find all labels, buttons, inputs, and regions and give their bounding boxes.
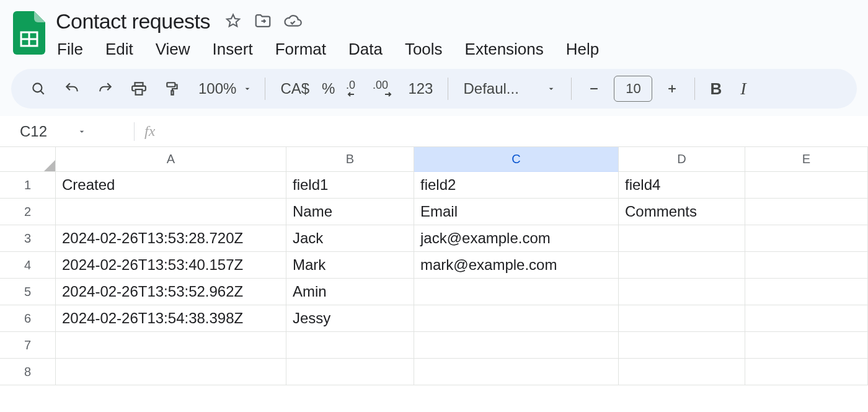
cell-E8[interactable] <box>745 359 868 385</box>
cell-D1[interactable]: field4 <box>619 172 745 199</box>
currency-button[interactable]: CA$ <box>274 75 316 102</box>
font-select[interactable]: Defaul... <box>457 80 562 97</box>
cell-A1[interactable]: Created <box>56 172 286 199</box>
name-box-value: C12 <box>20 123 47 140</box>
menu-tools[interactable]: Tools <box>395 36 453 63</box>
cell-B1[interactable]: field1 <box>286 172 414 199</box>
sheets-logo[interactable] <box>11 7 47 56</box>
font-name: Defaul... <box>463 80 534 97</box>
cell-B8[interactable] <box>286 359 414 385</box>
cell-A3[interactable]: 2024-02-26T13:53:28.720Z <box>56 225 286 252</box>
cell-C5[interactable] <box>414 279 619 305</box>
cell-B6[interactable]: Jessy <box>286 305 414 332</box>
bold-button[interactable]: B <box>704 75 728 102</box>
svg-rect-7 <box>167 83 175 87</box>
print-icon[interactable] <box>125 75 153 102</box>
menu-file[interactable]: File <box>47 36 93 63</box>
cell-C4[interactable]: mark@example.com <box>414 252 619 279</box>
move-icon[interactable] <box>254 12 272 30</box>
menu-data[interactable]: Data <box>339 36 392 63</box>
row-header-3[interactable]: 3 <box>0 225 56 252</box>
svg-text:.00: .00 <box>373 80 388 91</box>
column-header-D[interactable]: D <box>619 147 745 172</box>
decrease-decimal-icon[interactable]: .0 <box>341 75 368 102</box>
cell-D4[interactable] <box>619 252 745 279</box>
cell-E1[interactable] <box>745 172 868 199</box>
cell-E5[interactable] <box>745 279 868 305</box>
row-header-1[interactable]: 1 <box>0 172 56 199</box>
menu-view[interactable]: View <box>146 36 200 63</box>
row: 7 <box>0 332 868 359</box>
paint-format-icon[interactable] <box>159 75 186 102</box>
cell-A8[interactable] <box>56 359 286 385</box>
cell-C1[interactable]: field2 <box>414 172 619 199</box>
cell-C2[interactable]: Email <box>414 199 619 225</box>
row: 62024-02-26T13:54:38.398ZJessy <box>0 305 868 332</box>
select-all-corner[interactable] <box>0 147 56 172</box>
cell-B5[interactable]: Amin <box>286 279 414 305</box>
column-header-C[interactable]: C <box>414 147 619 172</box>
number-format-button[interactable]: 123 <box>402 75 439 102</box>
column-header-A[interactable]: A <box>56 147 286 172</box>
cell-D7[interactable] <box>619 332 745 359</box>
title-area: Contact requests FileEditViewInsertForma… <box>53 7 609 63</box>
cell-E2[interactable] <box>745 199 868 225</box>
redo-icon[interactable] <box>92 75 119 102</box>
increase-decimal-icon[interactable]: .00 <box>368 75 402 102</box>
menu-edit[interactable]: Edit <box>95 36 143 63</box>
font-size-input[interactable]: 10 <box>614 76 652 102</box>
cell-C8[interactable] <box>414 359 619 385</box>
cell-A7[interactable] <box>56 332 286 359</box>
cell-A6[interactable]: 2024-02-26T13:54:38.398Z <box>56 305 286 332</box>
zoom-select[interactable]: 100% <box>192 80 256 97</box>
cell-B3[interactable]: Jack <box>286 225 414 252</box>
cell-A2[interactable] <box>56 199 286 225</box>
row: 32024-02-26T13:53:28.720ZJackjack@exampl… <box>0 225 868 252</box>
cell-D2[interactable]: Comments <box>619 199 745 225</box>
cell-B2[interactable]: Name <box>286 199 414 225</box>
cell-E6[interactable] <box>745 305 868 332</box>
cell-D3[interactable] <box>619 225 745 252</box>
row-header-4[interactable]: 4 <box>0 252 56 279</box>
cell-A5[interactable]: 2024-02-26T13:53:52.962Z <box>56 279 286 305</box>
cell-D8[interactable] <box>619 359 745 385</box>
cell-A4[interactable]: 2024-02-26T13:53:40.157Z <box>56 252 286 279</box>
menu-format[interactable]: Format <box>265 36 336 63</box>
cell-C3[interactable]: jack@example.com <box>414 225 619 252</box>
cell-E4[interactable] <box>745 252 868 279</box>
zoom-value: 100% <box>198 80 236 97</box>
doc-title[interactable]: Contact requests <box>53 9 213 34</box>
column-header-E[interactable]: E <box>745 147 868 172</box>
row-header-6[interactable]: 6 <box>0 305 56 332</box>
cell-C6[interactable] <box>414 305 619 332</box>
menu-extensions[interactable]: Extensions <box>455 36 554 63</box>
dropdown-icon <box>546 84 556 94</box>
cloud-saved-icon[interactable] <box>283 12 302 30</box>
svg-point-3 <box>33 83 42 92</box>
row-header-7[interactable]: 7 <box>0 332 56 359</box>
row-header-8[interactable]: 8 <box>0 359 56 385</box>
column-header-B[interactable]: B <box>286 147 414 172</box>
svg-rect-8 <box>171 91 173 95</box>
cell-B7[interactable] <box>286 332 414 359</box>
search-icon[interactable] <box>25 75 52 102</box>
decrease-font-icon[interactable] <box>580 75 608 102</box>
increase-font-icon[interactable] <box>658 75 686 102</box>
row-header-5[interactable]: 5 <box>0 279 56 305</box>
cell-D5[interactable] <box>619 279 745 305</box>
formula-input[interactable] <box>155 116 868 146</box>
cell-C7[interactable] <box>414 332 619 359</box>
italic-button[interactable]: I <box>734 75 752 102</box>
star-icon[interactable] <box>224 12 242 30</box>
cell-E3[interactable] <box>745 225 868 252</box>
cell-D6[interactable] <box>619 305 745 332</box>
separator <box>571 78 572 100</box>
menu-help[interactable]: Help <box>556 36 609 63</box>
cell-B4[interactable]: Mark <box>286 252 414 279</box>
row-header-2[interactable]: 2 <box>0 199 56 225</box>
menu-insert[interactable]: Insert <box>203 36 263 63</box>
cell-E7[interactable] <box>745 332 868 359</box>
percent-button[interactable]: % <box>316 75 341 102</box>
name-box[interactable]: C12 <box>12 123 124 140</box>
undo-icon[interactable] <box>58 75 86 102</box>
